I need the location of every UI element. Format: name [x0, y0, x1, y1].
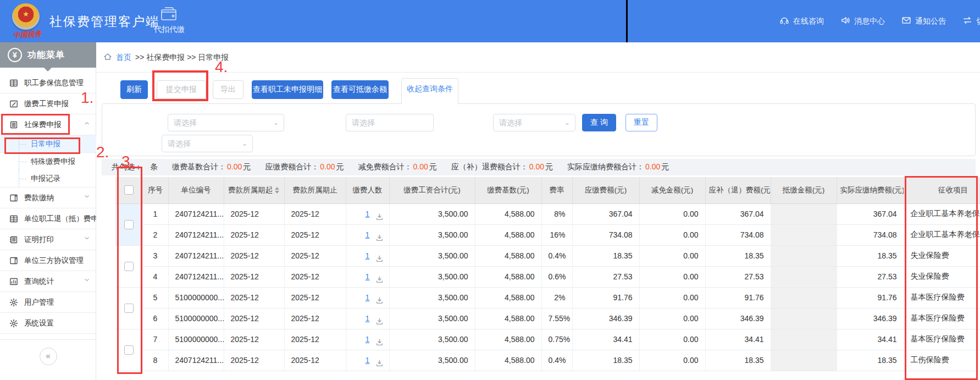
cell-end: 2025-12	[284, 245, 346, 266]
table-row-6[interactable]: 65100000000...2025-122025-1213,500.004,5…	[115, 308, 980, 329]
table-row-4[interactable]: 42407124211...2025-122025-1213,500.004,5…	[115, 266, 980, 287]
sidebar-item-0[interactable]: 职工参保信息管理	[0, 73, 96, 93]
cell-rate: 0.6%	[541, 266, 572, 287]
row-pair-checkbox-cell	[115, 287, 142, 329]
column-header-rate: 费率	[541, 177, 572, 203]
chevron-down-icon	[84, 277, 91, 285]
cell-salary: 3,500.00	[389, 350, 475, 371]
breadcrumb-home[interactable]: 首页	[116, 53, 131, 63]
count-link[interactable]: 1	[366, 230, 370, 239]
cell-seq: 4	[142, 266, 168, 287]
download-icon[interactable]	[375, 255, 384, 265]
download-icon[interactable]	[375, 296, 384, 306]
top-header: 中国税务 社保费管理客户端 代扣代缴 在线咨询消息中心通知公告切换单位	[0, 0, 980, 42]
sidebar-item-3[interactable]: 费款缴纳	[0, 188, 96, 208]
count-link[interactable]: 1	[366, 335, 370, 344]
filter-select-2[interactable]: 请选择⌄	[493, 114, 575, 131]
cell-unit: 2407124211...	[168, 350, 224, 371]
table-row-5[interactable]: 55100000000...2025-122025-1213,500.004,5…	[115, 287, 980, 308]
cell-actual: 367.04	[837, 203, 904, 224]
sidebar-item-7[interactable]: 查询统计	[0, 271, 96, 292]
column-header-offset: 抵缴金额(元)	[771, 177, 837, 203]
cell-count: 1	[346, 350, 389, 371]
sidebar-item-8[interactable]: 用户管理	[0, 292, 96, 313]
count-link[interactable]: 1	[366, 272, 370, 281]
toolbar-button-2[interactable]: 导出	[213, 80, 243, 99]
column-header-payable: 应缴费额(元)	[572, 177, 639, 203]
toolbar-button-3[interactable]: 查看职工未申报明细	[252, 80, 323, 99]
cell-seq: 6	[142, 308, 168, 329]
cell-base: 4,588.00	[475, 308, 541, 329]
clipboard-icon	[9, 120, 18, 129]
cell-adjust: 18.35	[705, 350, 771, 371]
cell-offset	[771, 245, 837, 266]
sidebar-item-5[interactable]: 证明打印	[0, 229, 96, 250]
sidebar-subitem-0[interactable]: 日常申报	[0, 135, 96, 153]
toolbar-button-0[interactable]: 刷新	[120, 80, 148, 99]
cell-payable: 18.35	[572, 350, 639, 371]
summary-item-0: 共勾选：条	[112, 162, 158, 172]
sidebar-item-label: 用户管理	[24, 298, 54, 307]
cell-offset	[771, 224, 837, 245]
download-icon[interactable]	[375, 234, 384, 244]
cell-adjust: 18.35	[705, 245, 771, 266]
tab-withholding[interactable]: 代扣代缴	[142, 0, 197, 42]
select-all-checkbox[interactable]	[124, 185, 134, 195]
cell-reduce: 0.00	[639, 203, 705, 224]
table-row-1[interactable]: 12407124211...2025-122025-1213,500.004,5…	[115, 203, 980, 224]
cell-unit: 5100000000...	[168, 329, 224, 350]
filter-select-0[interactable]: 请选择⌄	[168, 114, 284, 131]
row-checkbox[interactable]	[124, 304, 134, 313]
reset-button[interactable]: 重置	[625, 114, 657, 131]
sidebar-item-1[interactable]: 缴费工资申报	[0, 93, 96, 114]
download-icon[interactable]	[375, 213, 384, 223]
row-checkbox[interactable]	[124, 345, 134, 355]
header-link-mail[interactable]: 通知公告	[901, 15, 946, 27]
count-link[interactable]: 1	[366, 293, 370, 302]
sidebar-subitem-2[interactable]: 申报记录	[0, 170, 96, 187]
sidebar-item-6[interactable]: 单位三方协议管理	[0, 250, 96, 271]
cell-rate: 0.75%	[541, 329, 572, 350]
row-checkbox[interactable]	[124, 220, 134, 229]
toolbar-button-4[interactable]: 查看可抵缴余额	[331, 80, 389, 99]
cell-reduce: 0.00	[639, 287, 705, 308]
header-link-headset[interactable]: 在线咨询	[779, 15, 824, 27]
query-button[interactable]: 查 询	[582, 114, 616, 131]
collapse-query-tab[interactable]: 收起查询条件	[401, 78, 458, 104]
cell-reduce: 0.00	[639, 245, 705, 266]
headset-icon	[779, 15, 789, 27]
table-row-3[interactable]: 32407124211...2025-122025-1213,500.004,5…	[115, 245, 980, 266]
chevron-down-icon: ⌄	[242, 135, 247, 152]
row-checkbox[interactable]	[124, 262, 134, 271]
sidebar-subitem-1[interactable]: 特殊缴费申报	[0, 153, 96, 170]
table-row-2[interactable]: 22407124211...2025-122025-1213,500.004,5…	[115, 224, 980, 245]
sidebar-item-label: 单位职工退（抵）费申请管理	[24, 214, 96, 224]
download-icon[interactable]	[375, 317, 384, 327]
sidebar-item-4[interactable]: 单位职工退（抵）费申请管理	[0, 208, 96, 229]
download-icon[interactable]	[375, 359, 384, 369]
cell-unit: 5100000000...	[168, 308, 224, 329]
sidebar-collapse-button[interactable]: «	[40, 348, 57, 365]
count-link[interactable]: 1	[366, 314, 370, 323]
column-header-start[interactable]: 费款所属期起	[224, 177, 284, 203]
cell-rate: 8%	[541, 203, 572, 224]
count-link[interactable]: 1	[366, 251, 370, 260]
cell-salary: 3,500.00	[389, 203, 475, 224]
cell-payable: 91.76	[572, 287, 639, 308]
switch-icon	[962, 15, 972, 27]
table-row-8[interactable]: 82407124211...2025-122025-1213,500.004,5…	[115, 350, 980, 371]
header-link-speaker[interactable]: 消息中心	[840, 15, 885, 27]
table-row-7[interactable]: 75100000000...2025-122025-1213,500.004,5…	[115, 329, 980, 350]
sidebar-item-9[interactable]: 系统设置	[0, 313, 96, 334]
toolbar-button-1[interactable]: 提交申报	[157, 80, 206, 99]
sort-icon[interactable]	[275, 187, 280, 194]
filter-input-1[interactable]: 请选择	[346, 114, 434, 131]
header-link-switch[interactable]: 切换单位	[962, 15, 980, 27]
download-icon[interactable]	[375, 338, 384, 348]
count-link[interactable]: 1	[366, 356, 370, 365]
download-icon[interactable]	[375, 276, 384, 285]
sidebar-item-2[interactable]: 社保费申报	[0, 114, 96, 135]
cell-count: 1	[346, 224, 389, 245]
count-link[interactable]: 1	[366, 210, 370, 218]
filter-select-3[interactable]: 请选择⌄	[162, 135, 253, 152]
